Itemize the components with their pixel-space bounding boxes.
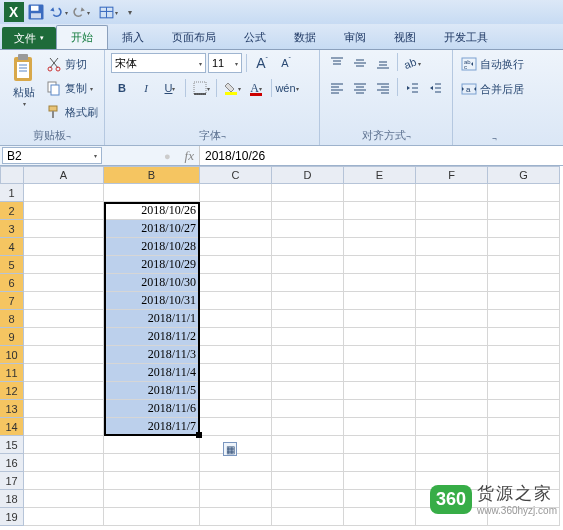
cell[interactable] <box>24 364 104 382</box>
cell[interactable] <box>344 472 416 490</box>
row-header[interactable]: 7 <box>0 292 24 310</box>
cell[interactable] <box>24 238 104 256</box>
cell[interactable] <box>488 238 560 256</box>
font-size-select[interactable]: 11▾ <box>208 53 242 73</box>
cell[interactable] <box>24 184 104 202</box>
excel-icon[interactable]: X <box>4 2 24 22</box>
cell[interactable] <box>272 472 344 490</box>
cell[interactable] <box>344 184 416 202</box>
cell[interactable] <box>200 472 272 490</box>
cell[interactable] <box>416 184 488 202</box>
formula-input[interactable]: 2018/10/26 <box>199 146 563 165</box>
cell[interactable] <box>488 292 560 310</box>
cell[interactable] <box>200 184 272 202</box>
cell[interactable] <box>24 346 104 364</box>
cell[interactable]: 2018/11/7 <box>104 418 200 436</box>
cell[interactable] <box>416 400 488 418</box>
cell[interactable] <box>488 220 560 238</box>
cell[interactable] <box>24 400 104 418</box>
cell[interactable] <box>200 454 272 472</box>
cell[interactable] <box>344 310 416 328</box>
cell[interactable]: 2018/10/27 <box>104 220 200 238</box>
cell[interactable] <box>344 400 416 418</box>
decrease-indent-icon[interactable] <box>401 78 423 98</box>
cell[interactable] <box>200 346 272 364</box>
cell[interactable] <box>344 274 416 292</box>
cell[interactable] <box>24 418 104 436</box>
tab-developer[interactable]: 开发工具 <box>430 26 502 49</box>
col-header[interactable]: B <box>104 166 200 184</box>
row-header[interactable]: 5 <box>0 256 24 274</box>
cell[interactable] <box>344 418 416 436</box>
cell[interactable] <box>24 292 104 310</box>
tab-view[interactable]: 视图 <box>380 26 430 49</box>
underline-button[interactable]: U▾ <box>159 78 181 98</box>
cell[interactable] <box>272 238 344 256</box>
cell[interactable] <box>200 310 272 328</box>
cell[interactable] <box>200 220 272 238</box>
paste-button[interactable]: 粘贴 ▾ <box>6 53 42 127</box>
align-middle-icon[interactable] <box>349 53 371 73</box>
cell[interactable] <box>272 274 344 292</box>
select-all-corner[interactable] <box>0 166 24 184</box>
cell[interactable] <box>104 508 200 526</box>
cell[interactable] <box>416 256 488 274</box>
cell[interactable] <box>104 184 200 202</box>
cell[interactable] <box>24 328 104 346</box>
row-header[interactable]: 15 <box>0 436 24 454</box>
cell[interactable] <box>200 238 272 256</box>
cell[interactable] <box>24 274 104 292</box>
cell[interactable] <box>416 454 488 472</box>
cell[interactable] <box>200 490 272 508</box>
tab-insert[interactable]: 插入 <box>108 26 158 49</box>
row-header[interactable]: 4 <box>0 238 24 256</box>
cell[interactable] <box>488 436 560 454</box>
row-header[interactable]: 13 <box>0 400 24 418</box>
cell[interactable] <box>24 508 104 526</box>
cell[interactable] <box>344 220 416 238</box>
row-header[interactable]: 18 <box>0 490 24 508</box>
cut-button[interactable]: 剪切 <box>46 53 98 75</box>
cell[interactable] <box>344 328 416 346</box>
cell[interactable] <box>24 220 104 238</box>
cell[interactable] <box>272 292 344 310</box>
decrease-font-icon[interactable]: Aˇ <box>275 53 297 73</box>
cell[interactable] <box>200 328 272 346</box>
fx-icon[interactable]: fx <box>185 148 194 164</box>
cell[interactable] <box>24 454 104 472</box>
cell[interactable]: 2018/11/4 <box>104 364 200 382</box>
cell[interactable] <box>272 454 344 472</box>
cell[interactable] <box>488 346 560 364</box>
cell[interactable] <box>344 490 416 508</box>
table-icon[interactable]: ▾ <box>98 2 118 22</box>
cell[interactable]: 2018/10/26 <box>104 202 200 220</box>
cell[interactable] <box>272 364 344 382</box>
col-header[interactable]: D <box>272 166 344 184</box>
row-header[interactable]: 17 <box>0 472 24 490</box>
cell[interactable] <box>488 202 560 220</box>
cell[interactable] <box>200 400 272 418</box>
cell[interactable] <box>488 328 560 346</box>
row-header[interactable]: 1 <box>0 184 24 202</box>
cell[interactable] <box>272 220 344 238</box>
tab-file[interactable]: 文件 <box>2 27 56 49</box>
redo-icon[interactable]: ▾ <box>70 2 90 22</box>
cell[interactable] <box>272 310 344 328</box>
col-header[interactable]: E <box>344 166 416 184</box>
spreadsheet-grid[interactable]: 1 2 3 4 5 6 7 8 9 10 11 12 13 14 15 16 1… <box>0 166 563 526</box>
cell[interactable] <box>24 472 104 490</box>
cell[interactable] <box>416 382 488 400</box>
col-header[interactable]: F <box>416 166 488 184</box>
font-color-button[interactable]: A▾ <box>245 78 267 98</box>
align-center-icon[interactable] <box>349 78 371 98</box>
cell[interactable] <box>488 418 560 436</box>
cell[interactable] <box>344 508 416 526</box>
align-bottom-icon[interactable] <box>372 53 394 73</box>
cell[interactable] <box>488 310 560 328</box>
cell[interactable] <box>344 436 416 454</box>
cell[interactable] <box>24 436 104 454</box>
tab-review[interactable]: 审阅 <box>330 26 380 49</box>
cell[interactable]: 2018/11/3 <box>104 346 200 364</box>
cell[interactable] <box>272 202 344 220</box>
cell[interactable] <box>416 328 488 346</box>
